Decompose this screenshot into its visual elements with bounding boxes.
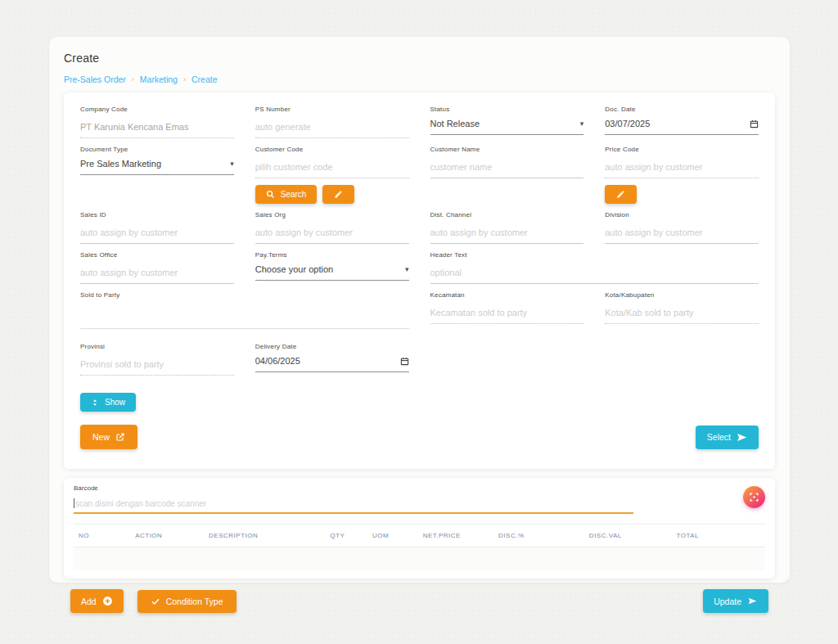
condition-type-label: Condition Type <box>166 597 223 606</box>
new-button[interactable]: New <box>80 425 137 449</box>
show-button[interactable]: Show <box>80 393 136 412</box>
col-uom: UOM <box>372 532 423 539</box>
kecamatan-label: Kecamatan <box>430 291 584 299</box>
items-table: NO ACTION DESCRIPTION QTY UOM NET.PRICE … <box>74 524 765 570</box>
page-title: Create <box>64 52 775 65</box>
pencil-icon <box>334 190 343 199</box>
check-icon <box>151 597 160 606</box>
customer-code-actions: Search <box>255 185 409 204</box>
customer-search-button[interactable]: Search <box>255 185 318 204</box>
chevron-down-icon: ▾ <box>405 265 409 273</box>
pay-terms-select[interactable]: Choose your option ▾ <box>255 264 409 281</box>
field-status: Status Not Release ▾ <box>430 106 584 138</box>
document-type-select[interactable]: Pre Sales Marketing ▾ <box>80 159 234 175</box>
doc-date-input[interactable]: 03/07/2025 <box>605 119 759 135</box>
breadcrumb-link-pre-sales-order[interactable]: Pre-Sales Order <box>64 74 126 84</box>
price-code-input[interactable] <box>605 162 759 178</box>
calendar-icon <box>750 119 759 128</box>
field-header-text: Header Text <box>430 251 759 284</box>
field-customer-name: Customer Name <box>430 146 584 204</box>
text-cursor <box>74 498 74 508</box>
barcode-label: Barcode <box>74 484 633 492</box>
sales-id-input[interactable] <box>80 227 234 244</box>
barcode-input[interactable]: scan disini dengan barcode scanner <box>74 498 633 514</box>
kota-kabupaten-label: Kota/Kabupaten <box>605 291 759 299</box>
field-pay-terms: Pay.Terms Choose your option ▾ <box>255 251 409 284</box>
pay-terms-value: Choose your option <box>255 264 333 274</box>
show-button-label: Show <box>105 398 125 407</box>
condition-type-button[interactable]: Condition Type <box>137 590 237 613</box>
breadcrumb-link-create[interactable]: Create <box>191 74 218 84</box>
order-header-form-card: Company Code PS Number Status Not Releas… <box>64 92 775 469</box>
items-table-empty-row <box>74 547 765 570</box>
kota-kabupaten-input[interactable] <box>605 308 759 324</box>
barcode-placeholder: scan disini dengan barcode scanner <box>75 499 206 508</box>
field-kota-kabupaten: Kota/Kabupaten <box>605 291 759 329</box>
customer-name-label: Customer Name <box>430 146 584 153</box>
delivery-date-label: Delivery Date <box>255 343 409 350</box>
price-code-edit-button[interactable] <box>605 185 637 204</box>
doc-date-label: Doc. Date <box>605 106 759 113</box>
field-customer-code: Customer Code Search <box>255 146 409 204</box>
sales-id-label: Sales ID <box>80 211 234 218</box>
sales-office-label: Sales Office <box>80 251 234 259</box>
kecamatan-input[interactable] <box>430 308 584 324</box>
search-icon <box>266 190 275 199</box>
form-footer-actions: New Select <box>80 425 759 449</box>
pencil-icon <box>616 190 625 199</box>
sales-org-label: Sales Org <box>255 211 409 218</box>
field-document-type: Document Type Pre Sales Marketing ▾ <box>80 146 234 204</box>
select-button[interactable]: Select <box>696 426 759 449</box>
field-ps-number: PS Number <box>255 106 409 138</box>
division-input[interactable] <box>605 227 759 244</box>
barcode-row: Barcode scan disini dengan barcode scann… <box>74 484 765 514</box>
customer-search-label: Search <box>281 190 307 199</box>
status-select[interactable]: Not Release ▾ <box>430 119 584 135</box>
delivery-date-value: 04/06/2025 <box>255 356 300 366</box>
delivery-date-input[interactable]: 04/06/2025 <box>255 356 409 372</box>
sold-to-party-label: Sold to Party <box>80 291 409 299</box>
send-icon <box>737 432 747 443</box>
add-button-label: Add <box>81 597 97 606</box>
field-sales-id: Sales ID <box>80 211 234 244</box>
price-code-actions <box>605 185 759 204</box>
barcode-items-card: Barcode scan disini dengan barcode scann… <box>64 478 775 579</box>
col-no: NO <box>79 532 135 539</box>
add-button[interactable]: Add <box>70 589 124 613</box>
plus-circle-icon <box>102 596 113 606</box>
field-division: Division <box>605 211 759 244</box>
send-icon <box>747 596 758 606</box>
status-value: Not Release <box>430 119 480 128</box>
field-delivery-date: Delivery Date 04/06/2025 <box>255 343 409 376</box>
sales-office-input[interactable] <box>80 268 234 284</box>
ps-number-input[interactable] <box>255 122 409 138</box>
customer-edit-button[interactable] <box>322 185 354 204</box>
page-footer-actions: Add Condition Type Update <box>70 589 768 613</box>
col-qty: QTY <box>330 532 372 539</box>
customer-code-input[interactable] <box>255 162 409 178</box>
company-code-input[interactable] <box>80 122 234 138</box>
document-type-label: Document Type <box>80 146 234 153</box>
update-button[interactable]: Update <box>703 589 768 613</box>
chevron-down-icon: ▾ <box>230 160 234 168</box>
select-button-label: Select <box>707 432 731 442</box>
sold-to-party-input[interactable] <box>80 313 409 329</box>
barcode-scan-button[interactable] <box>743 486 765 508</box>
new-button-label: New <box>92 432 110 442</box>
provinsi-input[interactable] <box>80 359 234 376</box>
dist-channel-label: Dist. Channel <box>430 211 584 218</box>
open-in-new-icon <box>115 432 125 442</box>
breadcrumb-separator: › <box>183 75 186 83</box>
field-dist-channel: Dist. Channel <box>430 211 584 244</box>
pay-terms-label: Pay.Terms <box>255 251 409 259</box>
field-sales-org: Sales Org <box>255 211 409 244</box>
sales-org-input[interactable] <box>255 227 409 244</box>
company-code-label: Company Code <box>80 106 234 113</box>
chevron-down-icon: ▾ <box>580 119 584 128</box>
barcode-field: Barcode scan disini dengan barcode scann… <box>74 484 633 514</box>
customer-name-input[interactable] <box>430 162 584 178</box>
dist-channel-input[interactable] <box>430 227 584 244</box>
field-provinsi: Provinsi <box>80 343 234 376</box>
breadcrumb-link-marketing[interactable]: Marketing <box>140 74 178 84</box>
header-text-input[interactable] <box>430 268 759 284</box>
